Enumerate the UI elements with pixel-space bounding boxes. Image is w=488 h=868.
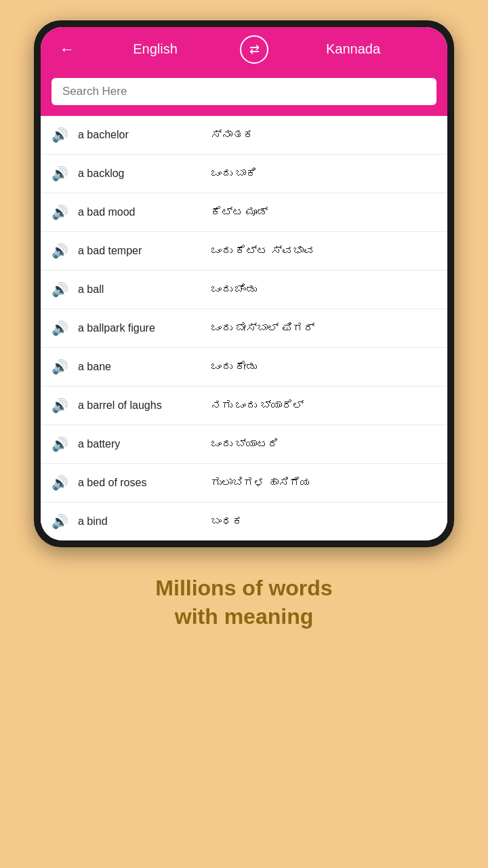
speaker-icon[interactable]: 🔊 (52, 436, 68, 452)
phone-container: ← English ⇄ Kannada 🔊a bachelorಸ್ನಾತಕ🔊a … (34, 20, 454, 547)
word-kannada: ಬಂಧಕ (211, 515, 243, 528)
word-row: 🔊a bachelorಸ್ನಾತಕ (41, 116, 447, 155)
speaker-icon[interactable]: 🔊 (52, 475, 68, 491)
target-language: Kannada (275, 41, 431, 57)
word-kannada: ಒಂದು ಬೇಸ್ಬಾಲ್ ಫಿಗರ್ (211, 322, 314, 334)
speaker-icon[interactable]: 🔊 (52, 359, 68, 375)
swap-languages-button[interactable]: ⇄ (240, 35, 268, 64)
footer-line2: with meaning (155, 603, 332, 631)
word-row: 🔊a baneಒಂದು ಕೇಡು (41, 348, 447, 387)
speaker-icon[interactable]: 🔊 (52, 127, 68, 143)
word-english: a bane (78, 361, 200, 373)
word-row: 🔊a bed of rosesಗುಲಾಬಿಗಳ ಹಾಸಿಗೆಯ (41, 464, 447, 502)
word-row: 🔊a barrel of laughsನಗು ಒಂದು ಬ್ಯಾರೆಲ್ (41, 387, 447, 425)
word-english: a bed of roses (78, 477, 200, 489)
speaker-icon[interactable]: 🔊 (52, 165, 68, 182)
word-row: 🔊a ballpark figureಒಂದು ಬೇಸ್ಬಾಲ್ ಫಿಗರ್ (41, 309, 447, 348)
speaker-icon[interactable]: 🔊 (52, 513, 68, 530)
search-input-wrap[interactable] (52, 78, 436, 105)
word-english: a bad mood (78, 206, 200, 218)
word-kannada: ಒಂದು ಬ್ಯಾಟರಿ (211, 438, 279, 450)
word-row: 🔊a bad temperಒಂದು ಕೆಟ್ಟ ಸ್ವಭಾವ (41, 232, 447, 271)
search-input[interactable] (62, 85, 426, 98)
word-row: 🔊a batteryಒಂದು ಬ್ಯಾಟರಿ (41, 425, 447, 464)
word-row: 🔊a bad moodಕೆಟ್ಟ ಮೂಡ್ (41, 193, 447, 232)
word-kannada: ನಗು ಒಂದು ಬ್ಯಾರೆಲ್ (211, 399, 304, 412)
speaker-icon[interactable]: 🔊 (52, 204, 68, 220)
word-kannada: ಸ್ನಾತಕ (211, 129, 254, 141)
back-button[interactable]: ← (57, 38, 77, 61)
source-language: English (77, 41, 233, 57)
word-english: a bachelor (78, 129, 200, 141)
word-kannada: ಗುಲಾಬಿಗಳ ಹಾಸಿಗೆಯ (211, 477, 311, 489)
word-row: 🔊a bindಬಂಧಕ (41, 502, 447, 540)
word-english: a ballpark figure (78, 322, 200, 334)
word-list: 🔊a bachelorಸ್ನಾತಕ🔊a backlogಒಂದು ಬಾಕಿ🔊a b… (41, 116, 447, 540)
footer-text: Millions of words with meaning (155, 574, 332, 658)
word-english: a bad temper (78, 245, 200, 257)
app-header: ← English ⇄ Kannada (41, 27, 447, 71)
word-kannada: ಒಂದು ಬಾಕಿ (211, 167, 257, 180)
speaker-icon[interactable]: 🔊 (52, 243, 68, 259)
phone-screen: ← English ⇄ Kannada 🔊a bachelorಸ್ನಾತಕ🔊a … (41, 27, 447, 540)
speaker-icon[interactable]: 🔊 (52, 397, 68, 414)
word-english: a ball (78, 283, 200, 296)
word-english: a barrel of laughs (78, 399, 200, 412)
word-english: a bind (78, 515, 200, 528)
speaker-icon[interactable]: 🔊 (52, 320, 68, 336)
speaker-icon[interactable]: 🔊 (52, 281, 68, 298)
word-row: 🔊a backlogಒಂದು ಬಾಕಿ (41, 155, 447, 193)
word-row: 🔊a ballಒಂದು ಚೆಂಡು (41, 271, 447, 309)
word-kannada: ಒಂದು ಕೆಟ್ಟ ಸ್ವಭಾವ (211, 245, 314, 257)
word-kannada: ಒಂದು ಚೆಂಡು (211, 283, 257, 296)
word-english: a battery (78, 438, 200, 450)
word-kannada: ಒಂದು ಕೇಡು (211, 361, 257, 373)
word-kannada: ಕೆಟ್ಟ ಮೂಡ್ (211, 206, 268, 218)
search-bar-container (41, 71, 447, 116)
footer-line1: Millions of words (155, 574, 332, 603)
word-english: a backlog (78, 167, 200, 180)
